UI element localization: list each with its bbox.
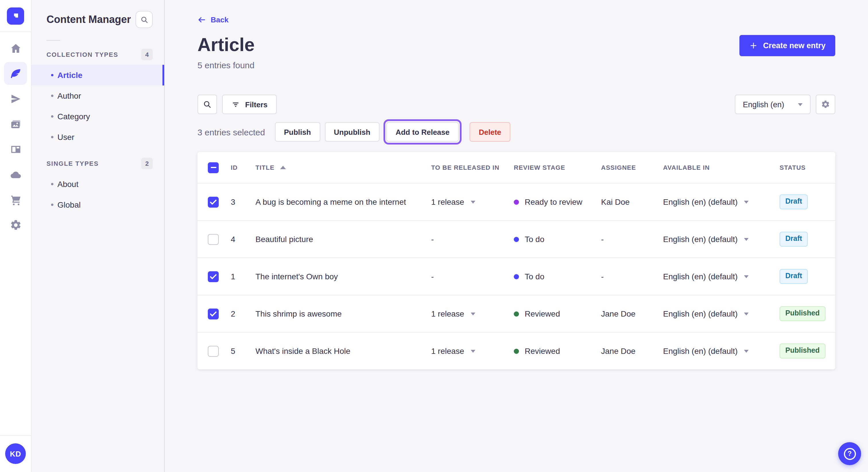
single-types-list: About Global [32, 174, 164, 215]
single-types-count-badge: 2 [141, 158, 153, 169]
search-icon [203, 100, 212, 109]
table-row[interactable]: 3 A bug is becoming a meme on the intern… [197, 183, 835, 220]
sidebar-item-label: About [57, 179, 79, 189]
create-new-entry-label: Create new entry [763, 41, 826, 50]
sidebar-item-author[interactable]: Author [32, 86, 164, 106]
sidebar-item-about[interactable]: About [32, 174, 164, 194]
delete-button[interactable]: Delete [470, 122, 510, 142]
stage-dot [514, 274, 519, 279]
filters-button[interactable]: Filters [222, 95, 277, 114]
entries-table: ID TITLE TO BE RELEASED IN REVIEW STAGE … [197, 152, 835, 369]
stage-dot [514, 237, 519, 242]
nav-releases[interactable] [4, 87, 27, 110]
strapi-logo[interactable] [7, 7, 24, 24]
row-checkbox[interactable] [208, 345, 219, 357]
search-icon [140, 15, 148, 24]
sidebar-search-button[interactable] [135, 11, 153, 28]
table-row[interactable]: 1 The internet's Own boy - To do - Engli… [197, 258, 835, 295]
nav-cloud[interactable] [4, 163, 27, 186]
collection-types-count-badge: 4 [141, 49, 153, 60]
stage-label: To do [525, 272, 545, 281]
arrow-left-icon [197, 15, 206, 24]
row-checkbox[interactable] [208, 271, 219, 282]
entry-assignee: Jane Doe [601, 309, 663, 318]
search-entries-button[interactable] [197, 95, 217, 114]
publish-button[interactable]: Publish [275, 122, 320, 142]
entry-id: 4 [231, 235, 255, 244]
nav-icon-list [4, 37, 27, 236]
strapi-logo-icon [10, 11, 21, 21]
nav-marketplace[interactable] [4, 188, 27, 211]
column-header-id[interactable]: ID [231, 164, 255, 171]
nav-content-type-builder[interactable] [4, 138, 27, 161]
nav-media-library[interactable] [4, 112, 27, 135]
paper-plane-icon [9, 93, 22, 105]
sidebar-item-category[interactable]: Category [32, 106, 164, 127]
back-label: Back [211, 15, 228, 24]
sort-ascending-icon [280, 166, 286, 169]
row-checkbox[interactable] [208, 196, 219, 207]
entry-id: 5 [231, 346, 255, 356]
release-chevron-icon[interactable] [470, 312, 475, 315]
entry-title: What's inside a Black Hole [255, 346, 431, 356]
row-checkbox[interactable] [208, 308, 219, 319]
stage-dot [514, 199, 519, 204]
sidebar-item-label: Author [57, 91, 81, 100]
column-header-available-in: AVAILABLE IN [663, 164, 780, 171]
column-header-status: STATUS [780, 164, 835, 171]
nav-settings[interactable] [4, 213, 27, 236]
main-content: Back Article 5 entries found Create new … [165, 0, 868, 472]
release-count: 1 release [431, 346, 464, 356]
available-chevron-icon[interactable] [744, 238, 749, 241]
entry-title: This shrimp is awesome [255, 309, 431, 318]
table-row[interactable]: 5 What's inside a Black Hole 1 release R… [197, 332, 835, 369]
sidebar-item-user[interactable]: User [32, 127, 164, 147]
table-row[interactable]: 4 Beautiful picture - To do - English (e… [197, 220, 835, 258]
entry-id: 3 [231, 197, 255, 206]
user-avatar[interactable]: KD [5, 443, 26, 464]
view-settings-button[interactable] [816, 95, 835, 114]
collection-types-list: Article Author Category User [32, 65, 164, 147]
release-chevron-icon[interactable] [470, 200, 475, 203]
stage-label: Reviewed [525, 346, 560, 356]
cart-icon [9, 194, 22, 206]
sidebar-item-label: Global [57, 200, 81, 209]
status-badge: Published [780, 344, 825, 359]
entries-count: 5 entries found [197, 60, 255, 70]
locale-select[interactable]: English (en) [735, 95, 811, 114]
back-link[interactable]: Back [197, 15, 228, 24]
select-all-checkbox[interactable] [208, 162, 219, 173]
entry-id: 2 [231, 309, 255, 318]
nav-content-manager[interactable] [4, 62, 27, 85]
logo-area [0, 0, 31, 32]
available-chevron-icon[interactable] [744, 312, 749, 315]
nav-home[interactable] [4, 37, 27, 60]
release-chevron-icon[interactable] [470, 349, 475, 352]
entry-title: A bug is becoming a meme on the internet [255, 197, 431, 206]
images-icon [9, 118, 22, 130]
table-row[interactable]: 2 This shrimp is awesome 1 release Revie… [197, 295, 835, 332]
column-header-review-stage: REVIEW STAGE [514, 164, 601, 171]
sidebar-item-label: User [57, 133, 74, 142]
available-chevron-icon[interactable] [744, 275, 749, 278]
help-button[interactable]: ? [838, 442, 861, 465]
sidebar-item-article[interactable]: Article [32, 65, 164, 86]
feather-icon [9, 67, 22, 79]
add-to-release-button[interactable]: Add to Release [386, 122, 459, 142]
row-checkbox[interactable] [208, 234, 219, 245]
entry-title: Beautiful picture [255, 235, 431, 244]
column-header-title[interactable]: TITLE [255, 164, 274, 171]
create-new-entry-button[interactable]: Create new entry [739, 35, 835, 56]
release-count: - [431, 272, 434, 281]
unpublish-button[interactable]: Unpublish [324, 122, 379, 142]
page-title: Article [197, 35, 255, 55]
available-locale-label: English (en) (default) [663, 309, 738, 318]
sidebar-item-global[interactable]: Global [32, 194, 164, 215]
filter-icon [231, 100, 240, 109]
available-locale-label: English (en) (default) [663, 346, 738, 356]
plus-icon [749, 41, 758, 50]
cloud-icon [9, 168, 22, 180]
gear-icon [9, 219, 22, 231]
available-chevron-icon[interactable] [744, 200, 749, 203]
available-chevron-icon[interactable] [744, 349, 749, 352]
